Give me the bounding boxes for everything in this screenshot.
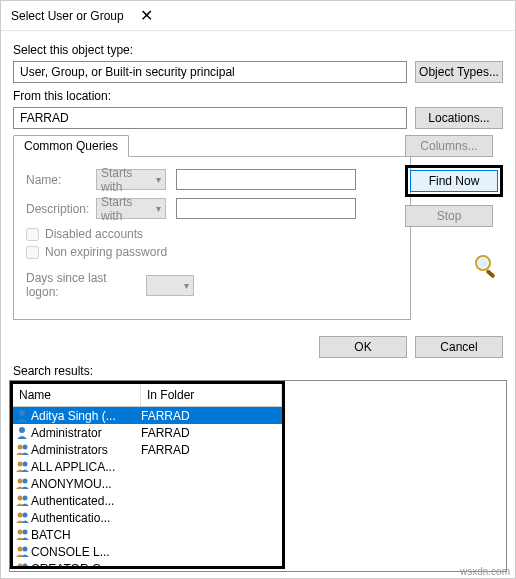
group-icon [15,460,31,474]
result-name: Authenticatio... [31,511,141,525]
find-now-highlight: Find Now [405,165,503,197]
ok-button[interactable]: OK [319,336,407,358]
svg-point-11 [18,495,23,500]
result-name: Aditya Singh (... [31,409,141,423]
group-icon [15,545,31,559]
search-results-label: Search results: [1,364,515,378]
watermark: wsxdn.com [460,566,510,577]
stop-button[interactable]: Stop [405,205,493,227]
results-listview[interactable]: Name In Folder Aditya Singh (...FARRADAd… [9,380,507,572]
table-row[interactable]: Authenticated... [13,492,282,509]
column-folder[interactable]: In Folder [141,384,282,406]
tab-common-queries[interactable]: Common Queries [13,135,129,157]
group-icon [15,528,31,542]
name-condition-dropdown[interactable]: Starts with ▾ [96,169,166,190]
chevron-down-icon: ▾ [156,174,161,185]
result-name: BATCH [31,528,141,542]
table-row[interactable]: CONSOLE L... [13,543,282,560]
table-row[interactable]: AdministratorFARRAD [13,424,282,441]
svg-point-12 [23,495,28,500]
object-types-button[interactable]: Object Types... [415,61,503,83]
svg-point-15 [18,529,23,534]
svg-point-3 [19,410,25,416]
location-field: FARRAD [13,107,407,129]
svg-point-20 [23,563,28,568]
table-row[interactable]: Aditya Singh (...FARRAD [13,407,282,424]
group-icon [15,477,31,491]
days-logon-dropdown[interactable]: ▾ [146,275,194,296]
result-folder: FARRAD [141,426,280,440]
result-name: Authenticated... [31,494,141,508]
svg-point-10 [23,478,28,483]
nonexpire-checkbox[interactable] [26,246,39,259]
locations-button[interactable]: Locations... [415,107,503,129]
chevron-down-icon: ▾ [156,203,161,214]
svg-point-8 [23,461,28,466]
name-condition-value: Starts with [101,166,156,194]
table-row[interactable]: ALL APPLICA... [13,458,282,475]
user-icon [15,409,31,423]
find-now-button[interactable]: Find Now [410,170,498,192]
disabled-accounts-checkbox[interactable] [26,228,39,241]
result-name: ANONYMOU... [31,477,141,491]
result-folder: FARRAD [141,409,280,423]
group-icon [15,443,31,457]
close-button[interactable]: ✕ [124,1,169,31]
svg-point-5 [18,444,23,449]
result-folder: FARRAD [141,443,280,457]
user-icon [15,426,31,440]
nonexpire-label: Non expiring password [45,245,167,259]
cancel-button[interactable]: Cancel [415,336,503,358]
query-name-label: Name: [26,173,86,187]
svg-point-6 [23,444,28,449]
table-row[interactable]: AdministratorsFARRAD [13,441,282,458]
svg-point-17 [18,546,23,551]
result-name: CONSOLE L... [31,545,141,559]
titlebar: Select User or Group ✕ [1,1,515,31]
result-name: Administrators [31,443,141,457]
svg-point-19 [18,563,23,568]
description-input[interactable] [176,198,356,219]
object-type-label: Select this object type: [13,43,503,57]
table-row[interactable]: Authenticatio... [13,509,282,526]
table-row[interactable]: CREATOR G... [13,560,282,569]
desc-condition-dropdown[interactable]: Starts with ▾ [96,198,166,219]
query-desc-label: Description: [26,202,86,216]
result-name: ALL APPLICA... [31,460,141,474]
columns-button[interactable]: Columns... [405,135,493,157]
group-icon [15,494,31,508]
group-icon [15,511,31,525]
name-input[interactable] [176,169,356,190]
table-row[interactable]: BATCH [13,526,282,543]
table-row[interactable]: ANONYMOU... [13,475,282,492]
result-name: CREATOR G... [31,562,141,570]
svg-point-16 [23,529,28,534]
chevron-down-icon: ▾ [184,280,189,291]
group-icon [15,562,31,570]
svg-point-1 [478,258,488,268]
disabled-accounts-label: Disabled accounts [45,227,143,241]
result-name: Administrator [31,426,141,440]
magnifier-icon [471,253,503,281]
close-icon: ✕ [140,6,153,25]
svg-rect-2 [485,269,495,278]
location-label: From this location: [13,89,503,103]
svg-point-9 [18,478,23,483]
svg-point-14 [23,512,28,517]
days-logon-label: Days since last logon: [26,271,136,299]
tab-panel: Name: Starts with ▾ Description: Starts … [13,156,411,320]
column-name[interactable]: Name [13,384,141,406]
object-type-field: User, Group, or Built-in security princi… [13,61,407,83]
svg-point-7 [18,461,23,466]
svg-point-18 [23,546,28,551]
desc-condition-value: Starts with [101,195,156,223]
results-header: Name In Folder [13,384,282,407]
svg-point-13 [18,512,23,517]
window-title: Select User or Group [11,9,124,23]
svg-point-4 [19,427,25,433]
